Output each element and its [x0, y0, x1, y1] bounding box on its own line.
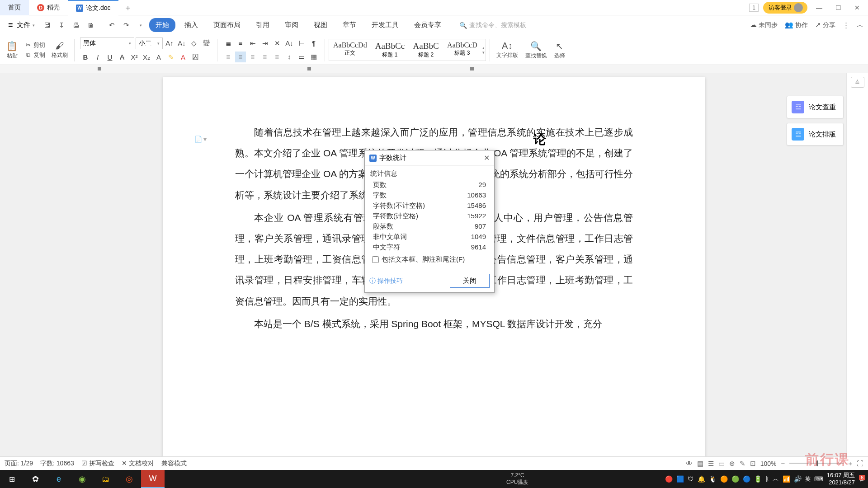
command-search[interactable]: 🔍 查找命令、搜索模板: [459, 21, 526, 29]
undo-button[interactable]: ↶: [106, 19, 118, 31]
shading-button[interactable]: ▭: [296, 52, 307, 62]
word-count-status[interactable]: 字数: 10663: [40, 460, 74, 468]
number-list-button[interactable]: ≡: [235, 38, 246, 49]
sync-status-button[interactable]: ☁ 未同步: [750, 21, 778, 29]
align-right-button[interactable]: ≡: [247, 52, 258, 62]
tray-volume-icon[interactable]: 🔊: [794, 475, 802, 483]
close-window-button[interactable]: ✕: [850, 2, 864, 13]
tray-icon[interactable]: 🛡: [688, 475, 694, 483]
shrink-font-button[interactable]: A↓: [176, 38, 187, 49]
guest-login-button[interactable]: 访客登录: [763, 2, 807, 14]
task-360[interactable]: ◉: [71, 470, 94, 488]
menutab-devtools[interactable]: 开发工具: [365, 18, 405, 32]
style-h3[interactable]: AaBbCcD标题 3: [443, 39, 481, 61]
side-card-layout[interactable]: ☲论文排版: [787, 123, 844, 145]
sort-button[interactable]: A↓: [284, 38, 295, 49]
increase-indent-button[interactable]: ⇥: [259, 38, 270, 49]
char-border-button[interactable]: 囚: [190, 52, 201, 63]
tray-icon[interactable]: 🐧: [709, 475, 717, 483]
italic-button[interactable]: I: [92, 52, 103, 63]
ruler[interactable]: [0, 65, 868, 73]
asian-layout-button[interactable]: ✕: [272, 38, 283, 49]
tray-icon[interactable]: 🔵: [743, 475, 750, 483]
tab-home[interactable]: 首页: [0, 0, 29, 15]
tray-battery-icon[interactable]: 🔋: [754, 475, 762, 483]
start-button[interactable]: ⊞: [0, 470, 24, 488]
outline-view-button[interactable]: ☰: [708, 460, 714, 468]
tray-bluetooth-icon[interactable]: ᛒ: [765, 475, 769, 483]
underline-button[interactable]: U: [104, 52, 115, 63]
align-center-button[interactable]: ≡: [235, 52, 246, 62]
taskbar-clock[interactable]: 16:07 周五2021/8/27: [827, 472, 855, 486]
style-h2[interactable]: AaBbC标题 2: [409, 39, 443, 61]
bold-button[interactable]: B: [80, 52, 91, 63]
font-family-select[interactable]: 黑体▾: [80, 38, 134, 49]
zoom-fit-button[interactable]: ⊡: [750, 460, 756, 468]
styles-gallery[interactable]: AaBbCcDd正文 AaBbCc标题 1 AaBbC标题 2 AaBbCcD标…: [329, 39, 486, 61]
more-menu-button[interactable]: ⋮: [843, 21, 849, 29]
find-replace-button[interactable]: 🔍查找替换: [523, 37, 550, 64]
strikethrough-button[interactable]: A̶: [117, 52, 127, 63]
tray-icon[interactable]: 🟠: [720, 475, 728, 483]
menutab-start[interactable]: 开始: [149, 18, 175, 32]
decrease-indent-button[interactable]: ⇤: [247, 38, 258, 49]
format-painter-button[interactable]: 🖌格式刷: [49, 37, 71, 64]
notification-button[interactable]: 💬6: [859, 476, 865, 482]
checkbox-input[interactable]: [372, 256, 379, 263]
tray-wifi-icon[interactable]: 📶: [783, 475, 790, 483]
dialog-close-ok-button[interactable]: 关闭: [450, 274, 490, 288]
menutab-review[interactable]: 审阅: [278, 18, 305, 32]
minimize-button[interactable]: —: [812, 2, 826, 13]
collapse-ribbon-button[interactable]: ︿: [857, 21, 863, 29]
tab-add[interactable]: ＋: [118, 0, 137, 15]
spellcheck-status[interactable]: ☑ 拼写检查: [81, 460, 114, 468]
task-app[interactable]: ◎: [118, 470, 141, 488]
grow-font-button[interactable]: A↑: [164, 38, 175, 49]
maximize-button[interactable]: ☐: [831, 2, 845, 13]
zoom-level[interactable]: 100%: [760, 460, 777, 467]
coop-button[interactable]: 👥 协作: [785, 21, 808, 29]
task-wps[interactable]: W: [141, 470, 165, 488]
fullscreen-button[interactable]: ⛶: [857, 460, 863, 467]
tips-link[interactable]: ⓘ操作技巧: [369, 277, 403, 285]
web-view-button[interactable]: ⊕: [729, 460, 735, 468]
subscript-button[interactable]: X₂: [141, 52, 152, 63]
cut-button[interactable]: ✂剪切: [24, 41, 45, 49]
share-button[interactable]: ↗ 分享: [815, 21, 835, 29]
tray-chevron-up-icon[interactable]: ︿: [773, 475, 779, 483]
page-count-status[interactable]: 页面: 1/29: [5, 460, 33, 468]
draft-view-button[interactable]: ✎: [740, 460, 745, 468]
zoom-out-button[interactable]: −: [781, 460, 785, 467]
borders-button[interactable]: ▦: [308, 52, 319, 62]
clear-format-button[interactable]: ◇: [189, 38, 199, 49]
ime-indicator[interactable]: 英: [805, 475, 811, 483]
font-color-button[interactable]: A: [178, 52, 189, 63]
styles-scroll[interactable]: ▴▾: [481, 39, 486, 61]
phonetic-guide-button[interactable]: 變: [201, 38, 212, 49]
side-collapse-button[interactable]: ≙: [851, 77, 864, 88]
qat-more-button[interactable]: ▾: [135, 19, 146, 31]
highlight-button[interactable]: ✎: [165, 52, 176, 63]
window-index-badge[interactable]: 1: [749, 4, 759, 12]
tray-icon[interactable]: 🔴: [665, 475, 673, 483]
task-ie[interactable]: e: [47, 470, 71, 488]
cpu-temp-widget[interactable]: 7.2°CCPU温度: [506, 472, 528, 485]
style-body[interactable]: AaBbCcDd正文: [329, 39, 371, 61]
print-button[interactable]: 🖶: [70, 19, 82, 31]
task-explorer[interactable]: 🗂: [94, 470, 118, 488]
menutab-section[interactable]: 章节: [336, 18, 363, 32]
page-indicator-icon[interactable]: ▾: [194, 136, 207, 143]
select-button[interactable]: ↖选择: [552, 37, 568, 64]
menutab-view[interactable]: 视图: [307, 18, 334, 32]
tray-icon[interactable]: 🟢: [731, 475, 739, 483]
align-justify-button[interactable]: ≡: [259, 52, 270, 62]
text-direction-button[interactable]: A↕文字排版: [494, 37, 521, 64]
tab-document[interactable]: W论文.doc: [68, 0, 118, 15]
menutab-pagelayout[interactable]: 页面布局: [207, 18, 247, 32]
save-as-button[interactable]: ↧: [56, 19, 67, 31]
text-effects-button[interactable]: A: [153, 52, 164, 63]
menutab-insert[interactable]: 插入: [178, 18, 204, 32]
read-view-button[interactable]: ▭: [718, 460, 725, 468]
bullet-list-button[interactable]: ≣: [223, 38, 234, 49]
proofread-status[interactable]: ✕ 文档校对: [122, 460, 154, 468]
